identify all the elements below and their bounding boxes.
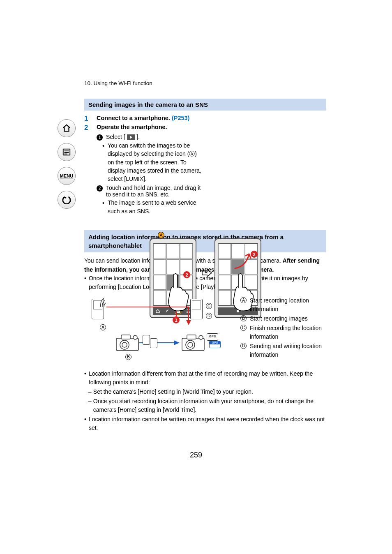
gps-label: GPS [207,333,218,341]
toc-icon[interactable] [58,143,76,161]
legend-marker-B: B [240,315,247,321]
diagram-label-B: B [125,354,131,360]
substep-1-bullet: You can switch the images to be displaye… [108,141,203,183]
svg-rect-12 [121,335,130,339]
substep-2-text: Touch and hold an image, and drag it to … [106,185,203,198]
step-text: Connect to a smartphone. (P253) [97,115,189,123]
bullet-icon: • [102,142,104,183]
back-icon[interactable] [58,191,76,209]
substep-1-post: ]. [135,134,140,140]
diagram-label-A: A [100,324,106,330]
home-icon[interactable] [58,119,76,137]
bullet-icon: • [84,369,86,387]
legend-marker-A: A [240,297,247,303]
camera-icon [181,334,205,351]
playback-icon [127,134,135,140]
substep-1-pre: Select [ [106,134,127,140]
page-link-p253[interactable]: (P253) [172,115,190,121]
diagram-label-C: C [206,303,212,309]
location-diagram: A B [84,296,326,358]
diagram-label-D: D [206,313,212,319]
bullet-icon: • [84,274,86,291]
svg-point-23 [199,335,203,339]
note-dash-2: Once you start recording location inform… [93,397,326,414]
svg-point-22 [188,342,193,347]
step-number: 2 [84,124,90,132]
sidebar: MENU [58,119,76,209]
legend-D-text: Sending and writing location information [250,342,326,359]
dash-icon: – [88,388,92,396]
legend-C-text: Finish recording the location informatio… [250,324,326,341]
legend-A-text: Start recording location information [250,296,326,314]
flow-arrow-icon [106,305,195,326]
svg-point-14 [122,342,127,347]
substep-marker-2: 2 [97,185,103,192]
note-1: Location information different from that… [89,369,326,387]
note-2: Location information cannot be written o… [89,415,326,432]
section-title-sns: Sending images in the camera to an SNS [84,99,326,111]
step-text: Operate the smartphone. [97,124,167,132]
camera-icon [115,334,139,351]
legend-marker-C: C [240,325,247,331]
chapter-heading: 10. Using the Wi-Fi function [84,80,392,86]
svg-point-15 [133,335,137,339]
page-number: 259 [0,451,392,459]
dash-icon: – [88,397,92,414]
step-number: 1 [84,115,90,123]
legend-B-text: Start recording images [250,314,308,323]
menu-icon[interactable]: MENU [58,167,76,185]
gps-label: GPS [210,341,220,344]
step-1-label: Connect to a smartphone. [97,115,172,121]
bullet-icon: • [102,199,104,215]
substep-1-text: Select [ ]. [106,134,140,141]
legend-marker-D: D [240,343,247,349]
svg-rect-20 [187,335,196,339]
arrow-right-icon [201,269,212,277]
substep-marker-1: 1 [97,134,103,141]
substep-2-bullet: The image is sent to a web service such … [108,199,203,215]
bullet-icon: • [84,415,86,432]
diagram-legend: AStart recording location information BS… [240,296,326,360]
drag-arrow-icon [232,250,253,270]
note-dash-1: Set the camera's [Home] setting in [Worl… [93,388,253,396]
figure-label-A: A [158,232,164,238]
